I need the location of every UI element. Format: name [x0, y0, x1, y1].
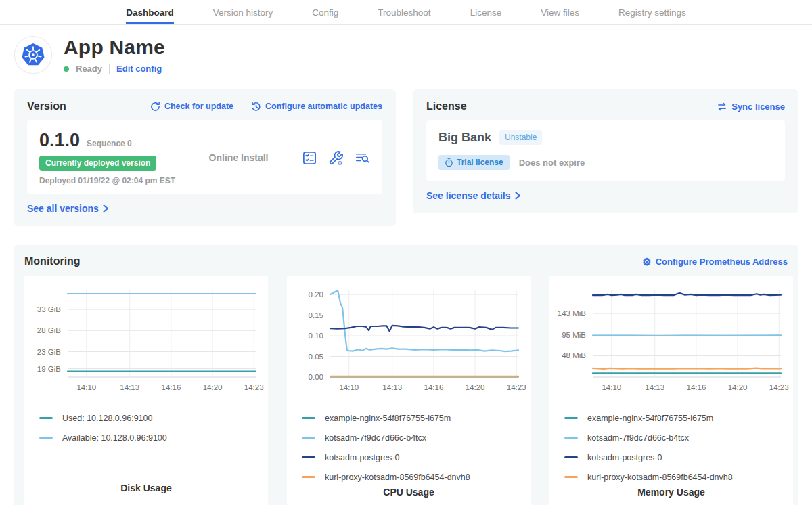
view-logs-button[interactable]	[355, 150, 370, 166]
legend-label: kotsadm-postgres-0	[587, 453, 662, 462]
svg-text:14:13: 14:13	[382, 383, 402, 391]
legend-item: Used: 10.128.0.96:9100	[39, 408, 268, 428]
disk-usage-legend: Used: 10.128.0.96:9100Available: 10.128.…	[39, 408, 268, 447]
svg-text:19 GiB: 19 GiB	[37, 365, 61, 373]
svg-text:0.10: 0.10	[309, 332, 323, 340]
version-card-title: Version	[27, 100, 66, 112]
legend-swatch	[302, 437, 315, 439]
file-search-icon	[355, 150, 370, 166]
legend-swatch	[302, 476, 315, 478]
svg-text:14:13: 14:13	[120, 383, 139, 391]
tab-troubleshoot[interactable]: Troubleshoot	[378, 0, 430, 24]
svg-text:23 GiB: 23 GiB	[37, 348, 61, 356]
divider	[109, 64, 110, 74]
tab-config[interactable]: Config	[312, 0, 338, 24]
svg-text:14:20: 14:20	[203, 383, 223, 391]
app-header: App Name Ready Edit config	[0, 25, 812, 74]
svg-text:95 MiB: 95 MiB	[562, 331, 586, 339]
svg-text:14:23: 14:23	[244, 383, 264, 391]
tab-version-history[interactable]: Version history	[213, 0, 273, 24]
license-card: License Sync license Big Bank Unstable T…	[413, 89, 798, 213]
sync-license-link[interactable]: Sync license	[717, 102, 785, 112]
svg-text:⚙: ⚙	[337, 159, 342, 165]
version-card: Version Check for update Configure autom…	[14, 89, 396, 226]
svg-text:48 MiB: 48 MiB	[562, 351, 586, 359]
sync-arrows-icon	[717, 102, 727, 112]
svg-text:0.15: 0.15	[309, 311, 323, 320]
legend-label: kotsadm-postgres-0	[325, 453, 399, 462]
license-expiration: Does not expire	[519, 158, 585, 168]
tab-dashboard[interactable]: Dashboard	[126, 0, 174, 24]
svg-text:14:13: 14:13	[645, 383, 664, 391]
legend-label: kotsadm-7f9dc7d66c-b4tcx	[587, 433, 689, 443]
svg-text:14:10: 14:10	[76, 383, 96, 391]
tab-view-files[interactable]: View files	[541, 0, 579, 24]
legend-swatch	[564, 476, 578, 478]
svg-text:14:16: 14:16	[687, 383, 706, 391]
legend-swatch	[564, 456, 578, 458]
svg-text:14:16: 14:16	[424, 383, 444, 391]
chevron-right-icon	[103, 204, 109, 213]
kubernetes-logo-icon	[15, 37, 51, 73]
edit-config-button[interactable]: ⚙	[328, 150, 344, 166]
page-title: App Name	[64, 36, 165, 59]
legend-item: example-nginx-54f8f76755-l675m	[302, 408, 531, 428]
channel-badge: Unstable	[499, 130, 542, 145]
legend-item: kotsadm-postgres-0	[564, 447, 793, 467]
legend-label: kotsadm-7f9dc7d66c-b4tcx	[325, 433, 426, 443]
configure-automatic-updates-link[interactable]: Configure automatic updates	[251, 102, 382, 112]
svg-text:14:16: 14:16	[162, 383, 181, 391]
svg-text:14:20: 14:20	[466, 383, 485, 391]
legend-swatch	[564, 437, 578, 439]
legend-label: example-nginx-54f8f76755-l675m	[587, 414, 713, 423]
monitoring-section: Monitoring ⚙ Configure Prometheus Addres…	[14, 245, 798, 505]
see-all-versions-link[interactable]: See all versions	[27, 203, 109, 214]
refresh-icon	[150, 102, 160, 112]
chart-svg: 14:1014:1314:1614:2014:2348 MiB95 MiB143…	[549, 282, 793, 399]
legend-label: kurl-proxy-kotsadm-8569fb6454-dnvh8	[587, 473, 733, 482]
wrench-gear-icon: ⚙	[328, 150, 344, 166]
memory-usage-chart-card: 14:1014:1314:1614:2014:2348 MiB95 MiB143…	[549, 276, 793, 505]
legend-item: kotsadm-7f9dc7d66c-b4tcx	[564, 428, 793, 447]
edit-config-link[interactable]: Edit config	[116, 64, 162, 74]
preflight-checks-button[interactable]	[302, 150, 317, 166]
version-sequence: Sequence 0	[87, 139, 132, 148]
configure-prometheus-link[interactable]: ⚙ Configure Prometheus Address	[642, 257, 788, 267]
trial-license-badge: Trial license	[438, 155, 510, 170]
cpu-usage-chart: 14:1014:1314:1614:2014:230.000.050.100.1…	[287, 282, 531, 399]
legend-swatch	[39, 417, 53, 419]
svg-text:143 MiB: 143 MiB	[558, 309, 587, 317]
legend-swatch	[302, 417, 315, 419]
svg-text:33 GiB: 33 GiB	[37, 305, 61, 313]
currently-deployed-badge: Currently deployed version	[39, 156, 156, 171]
legend-item: Available: 10.128.0.96:9100	[39, 428, 268, 447]
svg-text:14:10: 14:10	[602, 383, 621, 391]
legend-item: kurl-proxy-kotsadm-8569fb6454-dnvh8	[302, 467, 531, 487]
clock-refresh-icon	[251, 102, 261, 112]
deployed-timestamp: Deployed 01/19/22 @ 02:04 pm EST	[39, 176, 175, 185]
top-nav: DashboardVersion historyConfigTroublesho…	[0, 0, 812, 25]
legend-label: Available: 10.128.0.96:9100	[62, 433, 167, 443]
cpu-usage-chart-card: 14:1014:1314:1614:2014:230.000.050.100.1…	[287, 276, 531, 505]
legend-label: Used: 10.128.0.96:9100	[62, 414, 152, 423]
chart-svg: 14:1014:1314:1614:2014:230.000.050.100.1…	[287, 282, 531, 399]
tab-license[interactable]: License	[470, 0, 502, 24]
cpu-usage-legend: example-nginx-54f8f76755-l675mkotsadm-7f…	[302, 408, 531, 487]
chart-title: Disk Usage	[24, 483, 268, 505]
svg-text:0.05: 0.05	[309, 353, 323, 361]
memory-usage-legend: example-nginx-54f8f76755-l675mkotsadm-7f…	[564, 408, 793, 487]
legend-swatch	[564, 417, 578, 419]
stopwatch-icon	[445, 158, 453, 167]
legend-item: kurl-proxy-kotsadm-8569fb6454-dnvh8	[564, 467, 793, 487]
disk-usage-chart-card: 14:1014:1314:1614:2014:2319 GiB23 GiB28 …	[24, 276, 268, 505]
tab-registry-settings[interactable]: Registry settings	[618, 0, 686, 24]
legend-item: kotsadm-7f9dc7d66c-b4tcx	[302, 428, 531, 447]
svg-text:14:23: 14:23	[769, 383, 789, 391]
memory-usage-chart: 14:1014:1314:1614:2014:2348 MiB95 MiB143…	[549, 282, 793, 399]
svg-text:14:10: 14:10	[339, 383, 359, 391]
see-license-details-link[interactable]: See license details	[426, 190, 521, 201]
check-for-update-link[interactable]: Check for update	[150, 102, 233, 112]
chart-title: CPU Usage	[287, 487, 531, 505]
legend-item: example-nginx-54f8f76755-l675m	[564, 408, 793, 428]
svg-text:0.00: 0.00	[309, 373, 323, 381]
